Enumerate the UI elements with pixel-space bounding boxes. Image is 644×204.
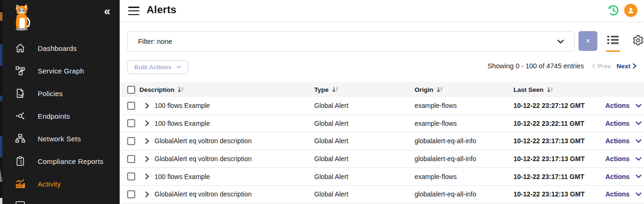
row-checkbox[interactable] [127, 119, 135, 127]
chevron-down-icon [636, 139, 642, 143]
view-tabs [606, 34, 644, 52]
sort-icon [437, 87, 443, 93]
actions-label: Actions [605, 155, 629, 163]
alert-type: Global Alert [314, 173, 415, 180]
bulk-actions-button[interactable]: Bulk Actions [127, 60, 188, 74]
row-actions-menu[interactable]: Actions [605, 155, 642, 163]
sidebar-item-label: Service Graph [38, 67, 84, 75]
sidebar-item-endpoints[interactable]: Endpoints [0, 105, 120, 127]
row-checkbox[interactable] [127, 137, 135, 145]
prev-page-link[interactable]: Prev [592, 63, 611, 70]
user-avatar-icon[interactable] [624, 4, 637, 17]
alerts-table-header: Description Type Origin Last Seen [120, 82, 644, 97]
sidebar-item-label: Network Sets [38, 135, 81, 143]
row-actions-menu[interactable]: Actions [605, 190, 642, 198]
showing-entries-text: Showing 0 - 100 of 4745 entries [488, 62, 584, 70]
alert-last-seen: 10-12-22 23:27:12 GMT [514, 102, 605, 109]
alert-description: 100 flows Example [155, 102, 210, 109]
history-icon[interactable] [607, 4, 620, 17]
alert-description: GlobalAlert eq voltron description [155, 190, 252, 198]
expand-row-chevron-icon[interactable] [145, 103, 149, 109]
actions-label: Actions [605, 137, 629, 145]
table-row: GlobalAlert eq voltron description Globa… [120, 132, 644, 150]
row-actions-menu[interactable]: Actions [605, 173, 642, 180]
chevron-down-icon [636, 192, 642, 196]
sidebar: « Dashboards Service Graph Policies Endp… [0, 0, 120, 204]
alert-type: Global Alert [314, 120, 415, 127]
endpoints-icon [14, 111, 26, 121]
activity-icon [14, 179, 26, 189]
compliance-reports-icon [14, 156, 26, 166]
chevron-left-icon [592, 63, 595, 69]
sidebar-item-service-graph[interactable]: Service Graph [0, 59, 120, 82]
column-header-type[interactable]: Type [314, 86, 415, 93]
sidebar-item-policies[interactable]: Policies [0, 82, 120, 105]
row-actions-menu[interactable]: Actions [605, 102, 642, 109]
sort-icon [547, 87, 553, 93]
chevron-down-icon [636, 174, 642, 179]
table-row: GlobalAlert eq voltron description Globa… [120, 186, 644, 204]
sidebar-item-label: Endpoints [38, 112, 70, 120]
column-header-description[interactable]: Description [139, 86, 314, 93]
sidebar-nav: Dashboards Service Graph Policies Endpoi… [0, 37, 120, 204]
alert-origin: globalalert-eq-all-info [415, 137, 514, 145]
clear-filter-button[interactable]: × [579, 31, 597, 51]
row-actions-menu[interactable]: Actions [605, 120, 642, 127]
page-header: Alerts [120, 0, 644, 22]
column-header-last-seen[interactable]: Last Seen [514, 86, 605, 93]
expand-row-chevron-icon[interactable] [145, 191, 149, 197]
alert-origin: example-flows [415, 173, 514, 180]
gear-icon [632, 34, 644, 48]
filter-dropdown-value: Filter: none [138, 38, 172, 45]
alert-last-seen: 10-12-22 23:22:11 GMT [514, 120, 605, 127]
row-checkbox[interactable] [127, 190, 135, 198]
sidebar-item-dashboards[interactable]: Dashboards [0, 37, 120, 59]
hamburger-menu-icon[interactable] [128, 7, 139, 17]
select-all-checkbox[interactable] [127, 86, 135, 94]
alert-description: 100 flows Example [155, 173, 210, 180]
row-checkbox[interactable] [127, 172, 135, 180]
network-sets-icon [14, 133, 26, 144]
bulk-actions-label: Bulk Actions [134, 64, 171, 71]
sidebar-collapse-button[interactable]: « [104, 6, 110, 17]
tab-list-view[interactable] [606, 34, 620, 52]
main-content: Filter: none × Bulk Actions S [120, 22, 644, 204]
row-checkbox[interactable] [127, 155, 135, 163]
sidebar-item-partial[interactable] [0, 195, 120, 204]
expand-row-chevron-icon[interactable] [145, 156, 149, 162]
table-row: 100 flows Example Global Alert example-f… [120, 168, 644, 186]
chevron-down-icon [176, 65, 181, 69]
chevron-down-icon [636, 121, 642, 125]
sort-icon [178, 87, 184, 93]
expand-row-chevron-icon[interactable] [145, 173, 149, 180]
chevron-right-icon [633, 63, 636, 69]
sidebar-item-label: Activity [38, 180, 61, 188]
table-toolbar: Bulk Actions Showing 0 - 100 of 4745 ent… [120, 60, 644, 74]
actions-label: Actions [605, 102, 629, 109]
actions-label: Actions [605, 173, 629, 180]
alert-type: Global Alert [314, 102, 415, 109]
row-actions-menu[interactable]: Actions [605, 137, 642, 145]
alert-last-seen: 10-12-22 23:17:11 GMT [514, 173, 605, 180]
alert-type: Global Alert [314, 190, 415, 198]
alert-origin: globalalert-eq-all-info [415, 190, 514, 198]
alert-origin: example-flows [415, 102, 514, 109]
row-checkbox[interactable] [127, 102, 135, 110]
sidebar-item-activity[interactable]: Activity [0, 172, 120, 195]
sidebar-item-compliance-reports[interactable]: Compliance Reports [0, 150, 120, 172]
chevron-down-icon [636, 157, 642, 161]
sidebar-item-network-sets[interactable]: Network Sets [0, 127, 120, 150]
alert-origin: example-flows [415, 120, 514, 127]
home-icon [14, 43, 26, 53]
filter-dropdown[interactable]: Filter: none [127, 31, 575, 52]
alert-last-seen: 10-12-22 23:17:13 GMT [514, 155, 605, 163]
actions-label: Actions [605, 190, 629, 198]
active-tab-indicator [606, 50, 620, 52]
next-page-link[interactable]: Next [617, 63, 636, 70]
expand-row-chevron-icon[interactable] [145, 138, 149, 144]
chevron-down-icon [636, 104, 642, 108]
expand-row-chevron-icon[interactable] [145, 120, 149, 126]
column-header-origin[interactable]: Origin [415, 86, 514, 93]
tab-settings[interactable] [632, 34, 644, 48]
chevron-down-icon [557, 38, 564, 45]
